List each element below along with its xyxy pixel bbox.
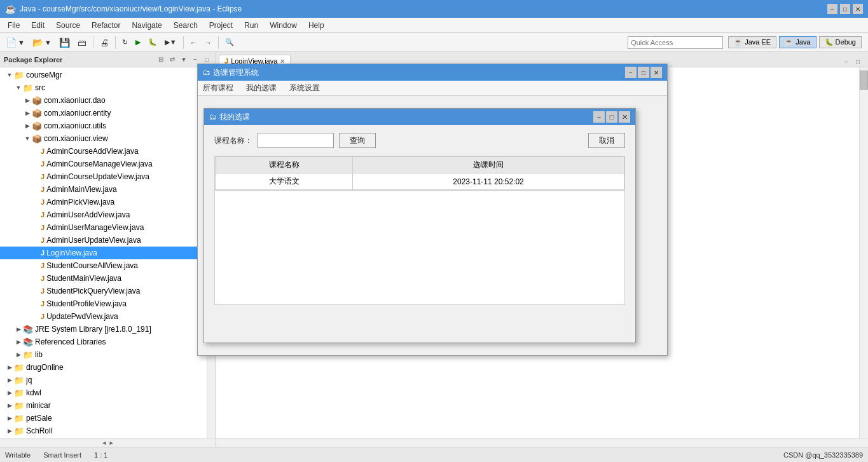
menu-refactor[interactable]: Refactor [86,20,125,31]
tree-item-admincourseadd[interactable]: J AdminCourseAddView.java [0,145,207,158]
tree-item-admincoursemanage[interactable]: J AdminCourseManageView.java [0,158,207,170]
toggle-src[interactable]: ▼ [14,83,23,92]
new-button[interactable]: 📄▼ [3,36,28,50]
cancel-button-course[interactable]: 取消 [588,133,625,148]
tree-item-drugonline[interactable]: ▶ 📁 drugOnline [0,361,207,374]
javaee-perspective[interactable]: ☕ Java EE [728,36,776,48]
dialog-inner-restore[interactable]: □ [606,111,617,123]
toggle-utils[interactable]: ▶ [23,121,32,130]
toggle-minicar[interactable]: ▶ [5,401,14,410]
open-button[interactable]: 📂▼ [29,36,55,50]
tree-item-studentmainview[interactable]: J StudentMainView.java [0,272,207,285]
run-button[interactable]: ▶ [132,36,144,48]
tree-item-entity[interactable]: ▶ 📦 com.xiaoniucr.entity [0,107,207,119]
tree-item-petsale[interactable]: ▶ 📁 petSale [0,412,207,425]
tree-item-studentpickqueryview[interactable]: J StudentPickQueryView.java [0,285,207,297]
toggle-dao[interactable]: ▶ [23,96,32,105]
dialog-outer-minimize[interactable]: − [625,67,637,78]
quick-access-input[interactable] [631,39,720,46]
tree-item-dao[interactable]: ▶ 📦 com.xiaoniucr.dao [0,94,207,107]
tree-item-admincourseupdateview[interactable]: J AdminCourseUpdateView.java [0,170,207,183]
dialog-menu-settings[interactable]: 系统设置 [289,83,320,93]
quick-access-box[interactable] [628,36,723,49]
menu-project[interactable]: Project [204,20,238,31]
toggle-entity[interactable]: ▶ [23,109,32,118]
menu-run[interactable]: Run [239,20,263,31]
dialog-inner-minimize[interactable]: − [593,111,605,123]
tree-item-utils[interactable]: ▶ 📦 com.xiaoniucr.utils [0,119,207,132]
panel-scroll-x[interactable]: ◄ ► [0,438,216,447]
tree-item-adminuseraddview[interactable]: J AdminUserAddView.java [0,208,207,221]
java-perspective[interactable]: ☕ Java [779,36,816,48]
tree-item-adminmainview[interactable]: J AdminMainView.java [0,183,207,196]
debug-perspective[interactable]: 🐛 Debug [819,36,862,48]
tree-item-schroll[interactable]: ▶ 📁 SchRoll [0,425,207,437]
dialog-inner-content: 课程名称： 查询 取消 课程名称 选课时间 大学语文 2023-11-11 20… [204,125,635,313]
tree-item-adminpickview[interactable]: J AdminPickView.java [0,196,207,208]
toggle-reflibs[interactable]: ▶ [14,337,23,346]
refresh-button[interactable]: ↻ [119,36,131,48]
print-button[interactable]: 🖨 [97,36,112,50]
toggle-petsale[interactable]: ▶ [5,414,14,423]
editor-scrollbar-y[interactable] [859,67,868,438]
tree-item-view[interactable]: ▼ 📦 com.xiaoniucr.view [0,132,207,145]
label-dao: com.xiaoniucr.dao [44,96,106,105]
tree-item-adminuserupdateview[interactable]: J AdminUserUpdateView.java [0,234,207,247]
tree-item-lib[interactable]: ▶ 📁 lib [0,348,207,361]
tree-item-coursemgr[interactable]: ▼ 📁 courseMgr [0,69,207,81]
next-button[interactable]: → [202,37,215,48]
dialog-inner-close[interactable]: ✕ [619,111,630,123]
menu-window[interactable]: Window [265,20,302,31]
tree-item-kdwl[interactable]: ▶ 📁 kdwl [0,386,207,399]
tree-item-studentcourseallview[interactable]: J StudentCourseAllView.java [0,259,207,272]
dialog-outer-close[interactable]: ✕ [651,67,662,78]
toggle-jq[interactable]: ▶ [5,376,14,384]
prev-button[interactable]: ← [187,37,200,48]
menu-source[interactable]: Source [51,20,85,31]
toggle-coursemgr[interactable]: ▼ [5,71,14,79]
editor-scrollbar-x[interactable] [216,438,868,447]
editor-maximize-button[interactable]: □ [853,57,863,67]
tree-item-adminusermanageview[interactable]: J AdminUserManageView.java [0,221,207,234]
run-config-button[interactable]: ▶▼ [162,36,180,48]
tree-item-studentprofileview[interactable]: J StudentProfileView.java [0,297,207,310]
dialog-outer-title-left: 🗂 选课管理系统 [203,67,259,78]
menu-file[interactable]: File [3,20,25,31]
close-button[interactable]: ✕ [853,4,863,14]
menu-help[interactable]: Help [303,20,329,31]
toggle-jre[interactable]: ▶ [14,325,23,334]
dialog-menu-mycourses[interactable]: 我的选课 [246,83,277,93]
save-button[interactable]: 💾 [56,36,73,50]
dialog-menu-allcourses[interactable]: 所有课程 [203,83,233,93]
menu-navigate[interactable]: Navigate [127,20,167,31]
spacer9 [32,248,41,257]
menu-edit[interactable]: Edit [26,20,50,31]
toggle-kdwl[interactable]: ▶ [5,388,14,397]
debug-button[interactable]: 🐛 [145,36,160,48]
link-editor-button[interactable]: ⇄ [167,55,177,65]
search-button-course[interactable]: 查询 [339,133,376,148]
toggle-drugonline[interactable]: ▶ [5,363,14,372]
editor-minimize-button[interactable]: − [841,57,851,67]
tree-item-src[interactable]: ▼ 📁 src [0,81,207,94]
tree-item-jre[interactable]: ▶ 📚 JRE System Library [jre1.8.0_191] [0,323,207,336]
tree-item-reflibs[interactable]: ▶ 📚 Referenced Libraries [0,336,207,348]
label-studentmainview: StudentMainView.java [46,274,121,283]
toggle-schroll[interactable]: ▶ [5,426,14,435]
menu-search[interactable]: Search [169,20,203,31]
maximize-button[interactable]: □ [840,4,850,14]
tree-item-updatepwdview[interactable]: J UpdatePwdView.java [0,310,207,323]
table-row-0[interactable]: 大学语文 2023-11-11 20:52:02 [216,173,624,190]
panel-view-menu-button[interactable]: ▼ [179,55,189,65]
tree-item-loginview[interactable]: J LoginView.java [0,247,207,259]
toggle-view[interactable]: ▼ [23,134,32,143]
search-input-course[interactable] [258,133,334,148]
collapse-all-button[interactable]: ⊟ [156,55,166,65]
tree-item-jq[interactable]: ▶ 📁 jq [0,374,207,386]
tree-item-minicar[interactable]: ▶ 📁 minicar [0,399,207,412]
search-button[interactable]: 🔍 [222,36,237,48]
minimize-button[interactable]: − [827,4,837,14]
toggle-lib[interactable]: ▶ [14,350,23,359]
dialog-outer-maximize[interactable]: □ [638,67,649,78]
save-all-button[interactable]: 🗃 [74,36,90,50]
